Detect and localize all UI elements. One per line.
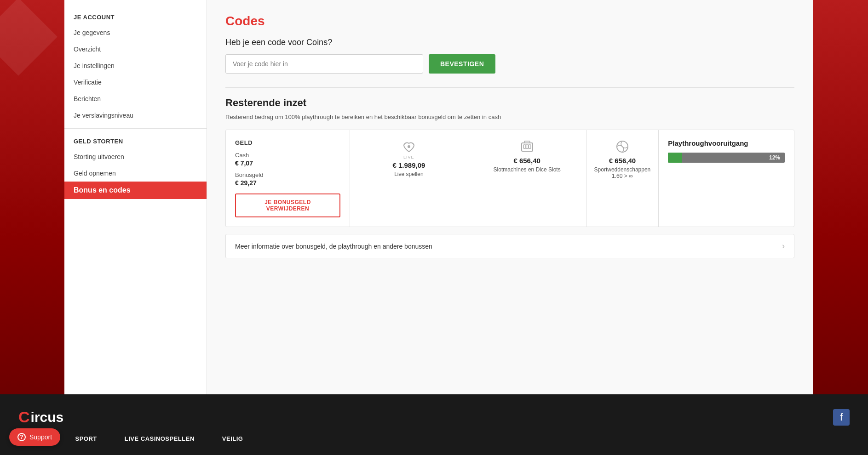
progress-bar: 12% [668,153,785,163]
more-info-text: Meer informatie over bonusgeld, de playt… [235,243,432,250]
footer-top: C ircus f [18,408,850,426]
verwijderen-button[interactable]: JE BONUSGELD VERWIJDEREN [235,193,340,217]
cash-value: € 7,07 [235,159,340,167]
code-section-subtitle: Heb je een code voor Coins? [225,38,794,47]
bevestigen-button[interactable]: BEVESTIGEN [429,54,495,74]
footer-nav: SPELLEN SPORT LIVE CASINOSPELLEN VEILIG [18,435,850,446]
support-label: Support [29,433,52,441]
geld-card-title: GELD [235,139,340,146]
slots-icon [520,139,535,154]
right-decoration [813,0,868,394]
sidebar-item-storting[interactable]: Storting uitvoeren [64,148,207,165]
resterende-desc: Resterend bedrag om 100% playthrough te … [225,114,794,120]
playthrough-section: Playthroughvooruitgang 12% [659,130,794,227]
playthrough-title: Playthroughvooruitgang [668,139,785,147]
svg-rect-4 [529,145,531,148]
support-icon: ? [17,433,26,441]
footer-logo: C ircus [18,408,63,426]
footer: C ircus f SPELLEN SPORT LIVE CASINOSPELL… [0,394,868,455]
sidebar-item-gegevens[interactable]: Je gegevens [64,24,207,41]
live-badge: LIVE [403,155,414,159]
footer-col-live-title: LIVE CASINOSPELLEN [125,435,195,442]
cards-row: GELD Cash € 7,07 Bonusgeld € 29,27 JE BO… [225,130,794,227]
progress-bar-label: 12% [769,154,780,161]
sidebar: JE ACCOUNT Je gegevens Overzicht Je inst… [64,0,207,394]
bonus-label: Bonusgeld [235,171,340,178]
footer-col-veilig-title: VEILIG [222,435,243,442]
stat-live: LIVE € 1.989,09 Live spellen [350,130,468,227]
footer-col-veilig: VEILIG [222,435,243,446]
live-amount: € 1.989,09 [392,161,425,169]
resterende-title: Resterende inzet [225,97,794,109]
stat-slots: € 656,40 Slotmachines en Dice Slots [468,130,586,227]
footer-col-sport: SPORT [75,435,97,446]
sports-icon [615,139,630,154]
code-input-row: BEVESTIGEN [225,54,794,74]
stat-sport: € 656,40 Sportweddenschappen 1.60 > ∞ [586,130,659,227]
svg-rect-2 [523,145,526,148]
logo-text: ircus [31,410,64,425]
sidebar-item-verslavingsniveau[interactable]: Je verslavingsniveau [64,107,207,124]
sport-playthrough-container: € 656,40 Sportweddenschappen 1.60 > ∞ Pl… [586,130,794,227]
chevron-right-icon: › [782,241,785,251]
live-label: Live spellen [394,171,423,177]
sidebar-item-opnemen[interactable]: Geld opnemen [64,165,207,182]
account-section-title: JE ACCOUNT [64,9,207,24]
footer-col-live: LIVE CASINOSPELLEN [125,435,195,446]
svg-rect-3 [526,145,528,148]
live-icon [402,139,416,154]
progress-bar-fill [668,153,682,163]
logo-c: C [18,408,30,426]
facebook-icon[interactable]: f [833,409,850,426]
footer-col-sport-title: SPORT [75,435,97,442]
sidebar-item-overzicht[interactable]: Overzicht [64,41,207,57]
geld-section-title: GELD STORTEN [64,133,207,148]
svg-point-0 [408,145,410,148]
slots-label: Slotmachines en Dice Slots [494,166,561,173]
sidebar-divider [64,128,207,129]
section-divider [225,87,794,88]
geld-card: GELD Cash € 7,07 Bonusgeld € 29,27 JE BO… [226,130,350,227]
sport-amount: € 656,40 [609,157,636,165]
sidebar-item-verificatie[interactable]: Verificatie [64,74,207,91]
cash-label: Cash [235,152,340,159]
left-decoration [0,0,64,394]
page-title: Codes [225,14,794,28]
slots-amount: € 656,40 [513,157,540,165]
main-content: Codes Heb je een code voor Coins? BEVEST… [207,0,813,394]
sidebar-item-berichten[interactable]: Berichten [64,91,207,107]
sidebar-item-bonus[interactable]: Bonus en codes [64,182,207,199]
sport-label: Sportweddenschappen 1.60 > ∞ [593,166,652,179]
sidebar-item-instellingen[interactable]: Je instellingen [64,57,207,74]
more-info-row[interactable]: Meer informatie over bonusgeld, de playt… [225,234,794,258]
code-input[interactable] [225,54,423,74]
bonus-value: € 29,27 [235,179,340,187]
svg-rect-5 [524,141,530,143]
support-button[interactable]: ? Support [9,428,60,446]
